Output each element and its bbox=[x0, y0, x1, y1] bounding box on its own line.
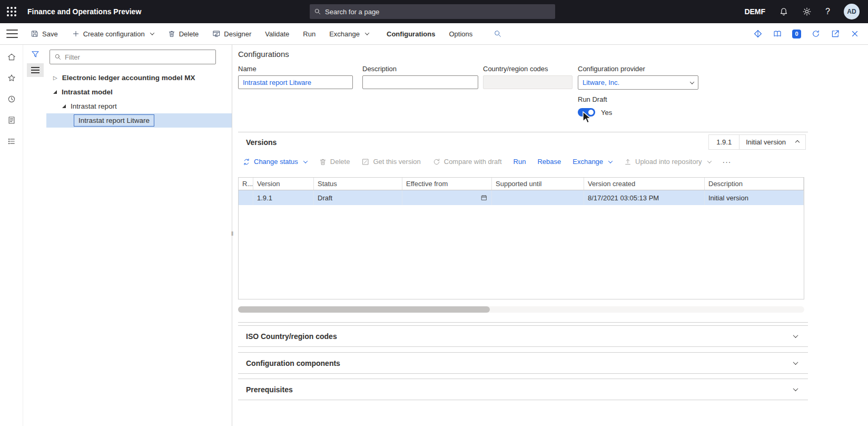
configuration-components-section[interactable]: Configuration components bbox=[238, 352, 808, 374]
tree-item-intrastat-report[interactable]: Intrastat report bbox=[46, 99, 232, 113]
status-cell: Draft bbox=[314, 190, 402, 205]
tree-item-intrastat-report-litware[interactable]: Intrastat report Litware bbox=[46, 113, 232, 128]
more-commands-button[interactable]: ··· bbox=[723, 158, 732, 166]
rail-recent-button[interactable] bbox=[2, 91, 21, 107]
diamond-icon bbox=[753, 29, 763, 38]
column-header-supported-until[interactable]: Supported until bbox=[492, 178, 584, 190]
compare-with-draft-button: Compare with draft bbox=[432, 158, 502, 166]
user-avatar[interactable]: AD bbox=[844, 4, 860, 20]
hamburger-icon bbox=[6, 30, 18, 31]
chevron-down-icon[interactable] bbox=[793, 333, 798, 338]
clock-icon bbox=[7, 94, 16, 104]
rail-home-button[interactable] bbox=[2, 49, 21, 65]
column-header-effective-from[interactable]: Effective from bbox=[402, 178, 492, 190]
notification-count-badge[interactable]: 0 bbox=[792, 30, 801, 38]
refresh-icon bbox=[811, 29, 821, 38]
search-icon bbox=[494, 30, 502, 38]
configuration-details: Configurations Name Description Country/… bbox=[235, 45, 868, 426]
refresh-button[interactable] bbox=[811, 29, 821, 38]
upload-icon bbox=[624, 158, 632, 166]
create-configuration-button[interactable]: Create configuration bbox=[72, 30, 154, 38]
provider-dropdown[interactable]: Litware, Inc. bbox=[578, 75, 698, 90]
expanded-triangle-icon[interactable] bbox=[53, 90, 57, 94]
supported-until-cell[interactable] bbox=[492, 190, 584, 205]
versions-title: Versions bbox=[246, 138, 277, 147]
chevron-up-icon[interactable] bbox=[795, 140, 800, 144]
column-header-description[interactable]: Description bbox=[705, 178, 804, 190]
effective-from-cell[interactable] bbox=[402, 190, 492, 205]
company-picker[interactable]: DEMF bbox=[744, 7, 765, 16]
gear-icon bbox=[802, 7, 812, 16]
delete-button[interactable]: Delete bbox=[167, 30, 199, 38]
run-draft-label: Run Draft bbox=[578, 95, 612, 103]
column-header-version-created[interactable]: Version created bbox=[584, 178, 705, 190]
trash-icon bbox=[319, 158, 327, 166]
run-version-button[interactable]: Run bbox=[514, 158, 526, 166]
horizontal-scrollbar-thumb[interactable] bbox=[238, 306, 490, 313]
form-icon bbox=[7, 115, 16, 125]
chevron-down-icon bbox=[707, 159, 711, 163]
tree-filter-input[interactable] bbox=[65, 53, 211, 61]
name-field[interactable] bbox=[238, 75, 353, 89]
action-search-button[interactable] bbox=[494, 30, 502, 38]
designer-button[interactable]: Designer bbox=[212, 30, 251, 38]
help-button[interactable]: ? bbox=[825, 7, 830, 16]
iso-country-codes-section[interactable]: ISO Country/region codes bbox=[238, 325, 808, 347]
splitter-grip[interactable]: ‖ bbox=[230, 228, 234, 239]
row-selector-cell[interactable] bbox=[239, 190, 253, 205]
change-status-button[interactable]: Change status bbox=[242, 158, 307, 166]
column-header-status[interactable]: Status bbox=[314, 178, 402, 190]
tree-item-intrastat-model[interactable]: Intrastat model bbox=[46, 85, 232, 99]
nav-pane-toggle-button[interactable] bbox=[6, 29, 18, 38]
chevron-down-icon[interactable] bbox=[793, 360, 798, 365]
task-guide-button[interactable] bbox=[773, 29, 782, 38]
summary-version: 1.9.1 bbox=[709, 138, 739, 146]
prerequisites-section[interactable]: Prerequisites bbox=[238, 379, 808, 400]
rail-forms-button[interactable] bbox=[2, 112, 21, 128]
app-launcher-button[interactable] bbox=[0, 0, 23, 23]
chevron-down-icon bbox=[150, 31, 154, 35]
validate-button[interactable]: Validate bbox=[265, 30, 289, 38]
action-pane: Save Create configuration Delete Designe… bbox=[0, 23, 868, 45]
name-label: Name bbox=[238, 65, 353, 73]
settings-button[interactable] bbox=[802, 7, 812, 16]
rebase-button[interactable]: Rebase bbox=[537, 158, 561, 166]
horizontal-scrollbar[interactable] bbox=[238, 306, 804, 313]
versions-summary[interactable]: 1.9.1 Initial version bbox=[708, 134, 806, 150]
calendar-icon[interactable] bbox=[480, 194, 488, 201]
open-in-new-window-button[interactable] bbox=[831, 29, 840, 38]
tree-filter-box[interactable] bbox=[50, 50, 216, 64]
rail-workspaces-button[interactable] bbox=[2, 133, 21, 149]
table-row[interactable]: 1.9.1 Draft 8/17/2021 03:05:13 PM Initia… bbox=[239, 190, 804, 205]
alerts-button[interactable] bbox=[779, 7, 788, 16]
rail-favorites-button[interactable] bbox=[2, 70, 21, 86]
provider-label: Configuration provider bbox=[578, 65, 698, 73]
star-icon bbox=[7, 73, 16, 83]
tree-filter-button[interactable] bbox=[31, 50, 40, 59]
global-search-input[interactable] bbox=[325, 8, 551, 16]
plus-icon bbox=[72, 30, 80, 38]
search-icon bbox=[314, 8, 321, 15]
expanded-triangle-icon[interactable] bbox=[62, 104, 66, 108]
column-header-version[interactable]: Version bbox=[253, 178, 314, 190]
power-apps-button[interactable] bbox=[753, 29, 763, 38]
exchange-menu-button[interactable]: Exchange bbox=[329, 30, 369, 38]
chevron-down-icon[interactable] bbox=[793, 386, 798, 391]
waffle-icon bbox=[7, 7, 16, 16]
get-version-icon bbox=[361, 158, 370, 166]
run-draft-toggle[interactable] bbox=[578, 108, 595, 117]
version-cell: 1.9.1 bbox=[253, 190, 314, 205]
navigation-rail bbox=[0, 45, 23, 426]
exchange-version-button[interactable]: Exchange bbox=[573, 158, 612, 166]
tab-configurations[interactable]: Configurations bbox=[387, 30, 435, 38]
run-button[interactable]: Run bbox=[303, 30, 315, 38]
global-search-box[interactable] bbox=[310, 4, 555, 19]
column-header-run[interactable]: R... bbox=[239, 178, 253, 190]
close-page-button[interactable] bbox=[850, 29, 860, 38]
save-button[interactable]: Save bbox=[31, 30, 58, 38]
description-field[interactable] bbox=[362, 75, 478, 89]
tree-item-electronic-ledger[interactable]: ▷ Electronic ledger accounting model MX bbox=[46, 71, 232, 85]
tab-options[interactable]: Options bbox=[449, 30, 472, 38]
tree-view-mode-button[interactable] bbox=[27, 63, 44, 77]
collapsed-triangle-icon[interactable]: ▷ bbox=[53, 75, 57, 81]
